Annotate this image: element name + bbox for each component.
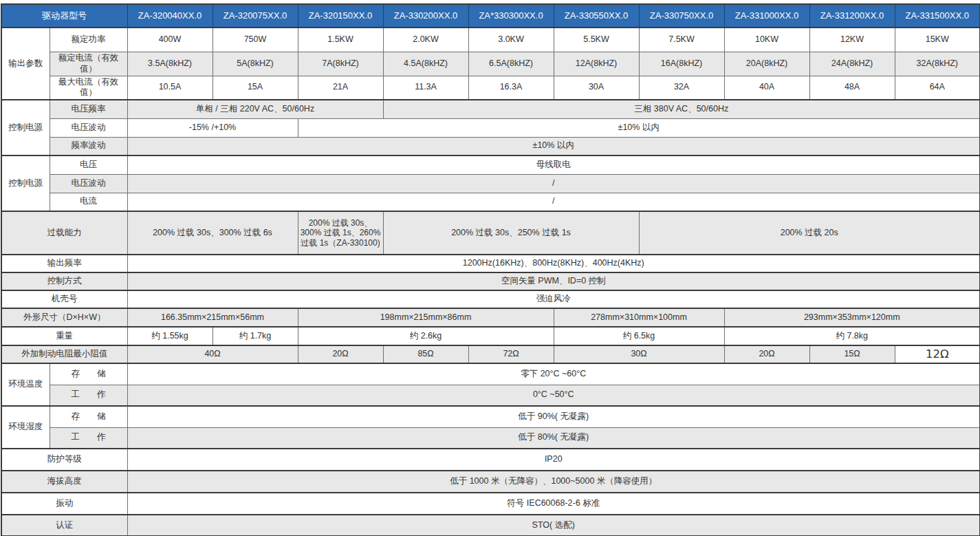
spec-cell: 空间矢量 PWM、ID=0 控制	[127, 272, 980, 290]
spec-cell: 15Ω	[809, 345, 895, 363]
row-case-number: 机壳号 强迫风冷	[1, 290, 980, 308]
row-max-current: 最大电流（有效值） 10.5A 15A 21A 11.3A 16.3A 30A …	[1, 76, 980, 100]
spec-cell: 10.5A	[127, 76, 213, 100]
row-label: 额定电流（有效值）	[50, 52, 127, 76]
spec-cell: 12Ω	[895, 345, 980, 363]
row-certification: 认证 STO( 选配)	[1, 515, 980, 536]
spec-cell: 约 6.5kg	[554, 327, 724, 345]
spec-cell: 约 1.7kg	[213, 327, 298, 345]
spec-cell: 16A(8kHZ)	[639, 52, 724, 76]
spec-cell: 15A	[213, 76, 298, 100]
model-header: ZA-320150XX.0	[298, 4, 383, 28]
spec-cell: 278mm×310mm×100mm	[554, 308, 724, 327]
spec-cell: 200% 过载 20s	[639, 211, 980, 255]
spec-cell: 20A(8kHZ)	[724, 52, 809, 76]
row-overload-capacity: 过载能力 200% 过载 30s、300% 过载 6s 200% 过载 30s、…	[1, 211, 980, 255]
spec-cell: 7.5KW	[639, 28, 724, 52]
spec-cell: 200% 过载 30s、250% 过载 1s	[383, 211, 639, 255]
row-label: 频率波动	[50, 137, 127, 156]
row-protection-rating: 防护等级 IP20	[1, 449, 980, 471]
row-voltage-fluctuation-1: 电压波动 -15% /+10% ±10% 以内	[1, 118, 980, 137]
model-header: ZA-331200XX.0	[809, 4, 895, 28]
row-label: 额定功率	[50, 28, 127, 52]
spec-cell: 11.3A	[383, 76, 468, 100]
row-humidity-working: 工 作 低于 80%( 无凝露)	[1, 427, 980, 449]
row-current: 电流 /	[1, 193, 980, 211]
model-header: ZA*330300XX.0	[468, 4, 554, 28]
row-label: 振动	[1, 493, 127, 515]
spec-cell: 1.5KW	[298, 28, 383, 52]
spec-cell: IP20	[127, 449, 980, 471]
row-label: 电压	[50, 156, 127, 174]
spec-cell: 85Ω	[383, 345, 468, 363]
spec-cell: ±10% 以内	[127, 137, 980, 156]
row-label: 存 储	[50, 406, 127, 427]
spec-cell: 母线取电	[127, 156, 980, 174]
spec-cell: 零下 20°C ~60°C	[127, 363, 980, 385]
spec-cell: 6.5A(8kHZ)	[468, 52, 554, 76]
spec-cell: 40A	[724, 76, 809, 100]
spec-cell: ±10% 以内	[298, 118, 980, 137]
row-label: 电压频率	[50, 100, 127, 118]
spec-cell: 198mm×215mm×86mm	[298, 308, 554, 327]
row-label: 存 储	[50, 363, 127, 385]
spec-cell: 30Ω	[554, 345, 724, 363]
row-voltage-fluctuation-2: 电压波动 /	[1, 174, 980, 193]
spec-cell: /	[127, 193, 980, 211]
spec-cell: 24A(8kHZ)	[809, 52, 895, 76]
drive-spec-table-container: 驱动器型号 ZA-320040XX.0 ZA-320075XX.0 ZA-320…	[1, 3, 980, 536]
row-voltage: 控制电源 电压 母线取电	[1, 156, 980, 174]
spec-cell: 1200Hz(16KHz)、800Hz(8KHz)、400Hz(4KHz)	[127, 255, 980, 272]
row-temp-working: 工 作 0°C ~50°C	[1, 385, 980, 406]
model-header: ZA-320075XX.0	[213, 4, 298, 28]
spec-cell: 约 2.6kg	[298, 327, 554, 345]
row-altitude: 海拔高度 低于 1000 米（无降容）、1000~5000 米（降容使用）	[1, 471, 980, 493]
spec-cell: 166.35mm×215mm×56mm	[127, 308, 298, 327]
row-label: 机壳号	[1, 290, 127, 308]
spec-cell: 约 7.8kg	[724, 327, 980, 345]
row-label: 外加制动电阻最小阻值	[1, 345, 127, 363]
row-dimensions: 外形尺寸（D×H×W） 166.35mm×215mm×56mm 198mm×21…	[1, 308, 980, 327]
row-label: 电压波动	[50, 174, 127, 193]
spec-cell: 2.0KW	[383, 28, 468, 52]
row-control-mode: 控制方式 空间矢量 PWM、ID=0 控制	[1, 272, 980, 290]
row-frequency-fluctuation: 频率波动 ±10% 以内	[1, 137, 980, 156]
spec-cell: 0°C ~50°C	[127, 385, 980, 406]
spec-cell: 10KW	[724, 28, 809, 52]
spec-cell: 强迫风冷	[127, 290, 980, 308]
spec-cell: STO( 选配)	[127, 515, 980, 536]
spec-cell: 750W	[213, 28, 298, 52]
row-label: 工 作	[50, 427, 127, 449]
row-brake-resistor: 外加制动电阻最小阻值 40Ω 20Ω 85Ω 72Ω 30Ω 20Ω 15Ω 1…	[1, 345, 980, 363]
spec-cell: 20Ω	[724, 345, 809, 363]
spec-cell: 3.5A(8kHZ)	[127, 52, 213, 76]
spec-cell: 5.5KW	[554, 28, 639, 52]
spec-cell: 32A(8kHZ)	[895, 52, 980, 76]
row-label: 重量	[1, 327, 127, 345]
spec-cell: 64A	[895, 76, 980, 100]
spec-cell: 400W	[127, 28, 213, 52]
spec-sheet-page: { "colors": { "header_bg": "#2E6CB4", "h…	[0, 0, 980, 536]
group-label-env-temperature: 环境温度	[1, 363, 50, 406]
spec-cell: 4.5A(8kHZ)	[383, 52, 468, 76]
drive-spec-table: 驱动器型号 ZA-320040XX.0 ZA-320075XX.0 ZA-320…	[1, 3, 980, 536]
table-title: 驱动器型号	[1, 4, 127, 28]
row-weight: 重量 约 1.55kg 约 1.7kg 约 2.6kg 约 6.5kg 约 7.…	[1, 327, 980, 345]
spec-cell: 符号 IEC60068-2-6 标准	[127, 493, 980, 515]
spec-cell: 低于 1000 米（无降容）、1000~5000 米（降容使用）	[127, 471, 980, 493]
row-label: 防护等级	[1, 449, 127, 471]
spec-cell: 7A(8kHZ)	[298, 52, 383, 76]
model-header: ZA-330200XX.0	[383, 4, 468, 28]
spec-cell: 3.0KW	[468, 28, 554, 52]
spec-cell: 三相 380V AC、50/60Hz	[383, 100, 980, 118]
spec-cell: 32A	[639, 76, 724, 100]
spec-cell: 低于 80%( 无凝露)	[127, 427, 980, 449]
row-label: 电流	[50, 193, 127, 211]
group-label-control-power-1: 控制电源	[1, 100, 50, 156]
model-header: ZA-331500XX.0	[895, 4, 980, 28]
row-label: 外形尺寸（D×H×W）	[1, 308, 127, 327]
row-label: 控制方式	[1, 272, 127, 290]
row-label: 海拔高度	[1, 471, 127, 493]
group-label-env-humidity: 环境湿度	[1, 406, 50, 449]
spec-cell: 12KW	[809, 28, 895, 52]
